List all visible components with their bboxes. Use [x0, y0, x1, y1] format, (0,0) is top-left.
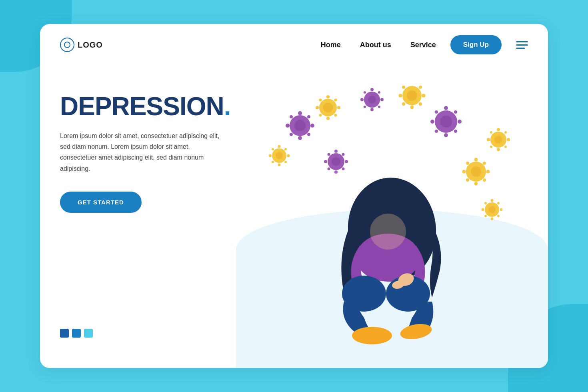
svg-point-94: [487, 138, 490, 141]
svg-point-98: [490, 146, 492, 148]
svg-point-23: [370, 108, 374, 111]
svg-point-73: [474, 182, 478, 186]
right-column: [268, 78, 528, 368]
svg-point-38: [402, 102, 405, 106]
svg-point-21: [370, 88, 374, 91]
logo-area: LOGO: [60, 38, 103, 52]
svg-point-68: [328, 168, 330, 170]
svg-point-2: [337, 106, 340, 109]
svg-point-22: [380, 98, 384, 101]
svg-point-93: [497, 148, 500, 151]
svg-point-79: [471, 166, 481, 177]
svg-point-65: [342, 153, 345, 156]
svg-point-52: [287, 154, 290, 157]
svg-point-108: [484, 215, 487, 217]
outer-background: LOGO Home About us Service Sign Up DEPRE…: [0, 0, 588, 392]
svg-point-103: [491, 218, 494, 220]
svg-point-34: [399, 94, 402, 98]
svg-point-67: [342, 168, 345, 170]
nav-home[interactable]: Home: [321, 41, 341, 49]
svg-point-101: [491, 199, 494, 202]
nav-service[interactable]: Service: [410, 41, 436, 49]
main-card: LOGO Home About us Service Sign Up DEPRE…: [40, 24, 548, 368]
svg-point-48: [435, 130, 438, 133]
svg-point-61: [334, 150, 338, 153]
svg-point-33: [410, 106, 414, 109]
svg-point-6: [319, 99, 322, 102]
svg-point-29: [368, 96, 376, 104]
indicator-dots: [60, 329, 93, 338]
get-started-button[interactable]: GET STARTED: [60, 192, 142, 213]
hero-title-dot: .: [224, 92, 231, 121]
navbar: LOGO Home About us Service Sign Up: [40, 24, 548, 66]
svg-point-18: [290, 133, 293, 136]
hero-title: DEPRESSION.: [60, 94, 268, 119]
svg-point-36: [402, 86, 405, 89]
svg-point-27: [378, 106, 380, 108]
svg-point-17: [307, 133, 310, 136]
svg-point-53: [278, 164, 281, 166]
left-column: DEPRESSION. Lorem ipsum dolor sit amet, …: [60, 78, 268, 368]
svg-point-59: [276, 152, 283, 159]
nav-about[interactable]: About us: [360, 41, 391, 49]
svg-point-25: [378, 91, 380, 94]
svg-point-95: [504, 131, 507, 134]
logo-circle-icon: [60, 38, 74, 52]
svg-point-46: [435, 110, 438, 114]
svg-point-99: [494, 136, 502, 144]
hamburger-line-3: [516, 48, 525, 49]
svg-point-14: [286, 124, 290, 128]
svg-point-4: [316, 106, 319, 109]
svg-point-31: [410, 86, 414, 86]
svg-point-118: [370, 214, 406, 250]
svg-point-91: [497, 128, 500, 131]
hero-description: Lorem ipsum dolor sit amet, consectetuer…: [60, 130, 220, 174]
svg-point-3: [326, 117, 330, 120]
svg-point-16: [290, 115, 293, 118]
dot-1: [60, 329, 69, 338]
main-content: DEPRESSION. Lorem ipsum dolor sit amet, …: [40, 66, 548, 368]
svg-point-77: [483, 178, 486, 182]
svg-point-51: [278, 145, 281, 148]
svg-point-49: [440, 116, 452, 128]
svg-point-19: [294, 120, 306, 131]
hero-illustration: [248, 86, 520, 358]
svg-point-28: [364, 106, 366, 108]
logo-text: LOGO: [78, 40, 103, 50]
svg-point-58: [272, 161, 274, 163]
svg-point-71: [474, 158, 478, 162]
svg-point-43: [444, 133, 448, 137]
svg-point-63: [334, 170, 338, 174]
signup-button[interactable]: Sign Up: [450, 35, 502, 54]
svg-point-45: [454, 110, 457, 114]
svg-point-13: [298, 136, 302, 140]
svg-point-54: [269, 154, 272, 157]
svg-point-55: [284, 148, 287, 150]
svg-point-107: [497, 215, 500, 217]
nav-links: Home About us Service: [321, 41, 436, 49]
svg-point-37: [419, 102, 422, 106]
svg-point-97: [504, 146, 507, 148]
hamburger-line-1: [516, 41, 528, 42]
svg-point-76: [466, 162, 469, 165]
svg-point-26: [364, 91, 366, 94]
hamburger-menu[interactable]: [516, 41, 528, 49]
svg-point-32: [422, 94, 426, 98]
svg-point-56: [272, 148, 274, 150]
svg-point-11: [298, 111, 302, 115]
svg-point-7: [334, 114, 337, 117]
svg-point-75: [483, 162, 486, 165]
svg-point-64: [324, 160, 327, 163]
svg-point-105: [497, 202, 500, 204]
svg-point-42: [458, 120, 462, 124]
svg-point-47: [454, 130, 457, 133]
hero-title-text: DEPRESSION: [60, 92, 224, 121]
svg-point-57: [284, 161, 287, 163]
svg-point-66: [328, 153, 330, 156]
svg-point-24: [360, 98, 364, 101]
svg-point-35: [419, 86, 422, 89]
svg-point-74: [462, 170, 466, 174]
svg-point-109: [488, 206, 496, 213]
svg-point-78: [466, 178, 469, 182]
svg-point-1: [326, 95, 330, 98]
